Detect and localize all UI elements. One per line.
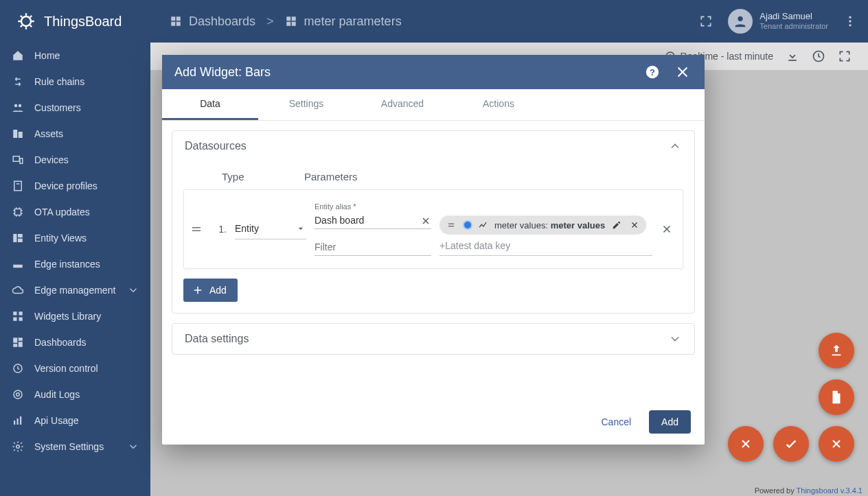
color-swatch-icon — [463, 220, 472, 230]
sidebar-item-label: Edge management — [34, 285, 115, 296]
remove-row-icon[interactable] — [661, 223, 673, 235]
type-value: Entity — [235, 223, 259, 234]
cancel-button[interactable]: Cancel — [597, 411, 635, 433]
sidebar-item-ota[interactable]: OTA updates — [0, 199, 150, 225]
add-datasource-button[interactable]: Add — [183, 279, 238, 302]
brand-logo-icon — [16, 12, 36, 31]
svg-rect-19 — [14, 181, 22, 191]
user-menu[interactable]: Ajadi Samuel Tenant administrator — [728, 9, 828, 34]
history-icon — [11, 362, 25, 375]
svg-rect-3 — [171, 22, 175, 26]
svg-rect-21 — [13, 234, 16, 242]
sidebar-item-customers[interactable]: Customers — [0, 95, 150, 121]
type-select[interactable]: Entity — [235, 219, 306, 239]
sidebar-item-label: Api Usage — [34, 415, 79, 426]
clear-icon[interactable] — [420, 215, 431, 226]
edit-icon[interactable] — [610, 219, 623, 231]
row-index: 1. — [213, 224, 227, 235]
sidebar-item-devices[interactable]: Devices — [0, 147, 150, 173]
tab-label: Actions — [483, 98, 514, 109]
breadcrumb-root-label: Dashboards — [189, 14, 255, 29]
remove-chip-icon[interactable] — [628, 219, 641, 231]
user-role: Tenant administrator — [760, 22, 828, 31]
svg-rect-23 — [18, 239, 23, 242]
breadcrumb-current[interactable]: meter parameters — [285, 14, 402, 29]
tab-label: Settings — [289, 98, 324, 109]
svg-rect-16 — [19, 132, 23, 138]
svg-rect-17 — [13, 156, 19, 162]
svg-rect-8 — [291, 22, 295, 26]
sidebar-item-label: Customers — [34, 102, 81, 113]
fab-cancel[interactable] — [728, 426, 764, 462]
filter-input[interactable] — [315, 239, 431, 256]
svg-rect-22 — [18, 234, 23, 237]
svg-rect-18 — [20, 158, 23, 164]
footer-prefix: Powered by — [755, 486, 797, 495]
svg-rect-31 — [19, 342, 23, 347]
entity-alias-input[interactable] — [315, 212, 431, 229]
datasources-header[interactable]: Datasources — [172, 131, 694, 161]
cloud-icon — [11, 283, 25, 297]
sidebar-item-label: Audit Logs — [34, 389, 80, 400]
sidebar-item-dashboards[interactable]: Dashboards — [0, 329, 150, 355]
dialog-title: Add Widget: Bars — [174, 65, 271, 80]
drag-handle-icon[interactable] — [188, 221, 205, 237]
entity-alias-field: Entity alias * — [315, 202, 431, 229]
sidebar-item-rule-chains[interactable]: Rule chains — [0, 69, 150, 95]
fab-upload[interactable] — [819, 333, 854, 368]
dialog-body: Datasources Type Parameters 1. Entity — [162, 121, 705, 399]
kebab-menu-icon[interactable] — [841, 12, 860, 31]
tab-advanced[interactable]: Advanced — [354, 89, 450, 120]
svg-rect-37 — [17, 418, 19, 425]
sidebar-item-device-profiles[interactable]: Device profiles — [0, 173, 150, 199]
svg-rect-29 — [13, 338, 17, 343]
add-data-key-input[interactable]: +Latest data key — [439, 240, 652, 251]
sidebar-item-label: Entity Views — [34, 233, 87, 244]
fab-new-doc[interactable] — [819, 379, 854, 415]
alias-label: Entity alias * — [315, 202, 431, 211]
fab-stack — [728, 333, 854, 462]
sidebar-item-version-control[interactable]: Version control — [0, 355, 150, 381]
fab-confirm[interactable] — [773, 426, 809, 462]
sidebar-item-edge-management[interactable]: Edge management — [0, 277, 150, 303]
home-icon — [11, 49, 25, 62]
breadcrumb-dashboards[interactable]: Dashboards — [170, 14, 255, 29]
sidebar-item-edge-instances[interactable]: Edge instances — [0, 251, 150, 277]
memory-icon — [11, 205, 25, 219]
svg-rect-36 — [14, 421, 15, 425]
tab-data[interactable]: Data — [162, 89, 258, 120]
filter-field — [315, 239, 431, 256]
sidebar-item-system-settings[interactable]: System Settings — [0, 434, 150, 460]
fullscreen-icon[interactable] — [696, 12, 716, 31]
close-icon[interactable] — [673, 62, 692, 82]
sidebar-item-label: Version control — [34, 363, 98, 374]
breadcrumb-separator: > — [266, 14, 274, 29]
add-button[interactable]: Add — [649, 410, 691, 434]
svg-rect-28 — [19, 318, 23, 321]
parameters-column: Entity alias * — [315, 202, 652, 256]
page-footer: Powered by Thingsboard v.3.4.1 — [755, 486, 863, 495]
add-label: Add — [209, 285, 227, 296]
svg-rect-38 — [20, 416, 21, 425]
svg-rect-5 — [286, 16, 290, 21]
svg-rect-26 — [19, 311, 23, 315]
svg-text:?: ? — [650, 67, 655, 78]
data-key-chip[interactable]: meter values: meter values — [439, 215, 646, 235]
data-settings-header[interactable]: Data settings — [172, 324, 694, 354]
footer-link[interactable]: Thingsboard v.3.4.1 — [797, 486, 863, 495]
sidebar-item-widgets-library[interactable]: Widgets Library — [0, 303, 150, 329]
sidebar-item-home[interactable]: Home — [0, 43, 150, 69]
fab-close[interactable] — [819, 426, 854, 462]
gear-icon — [11, 440, 25, 453]
chevron-down-icon — [127, 440, 139, 453]
sidebar-item-audit-logs[interactable]: Audit Logs — [0, 381, 150, 408]
sidebar-item-assets[interactable]: Assets — [0, 121, 150, 147]
tab-actions[interactable]: Actions — [450, 89, 547, 120]
add-widget-dialog: Add Widget: Bars ? Data Settings Advance… — [162, 55, 705, 445]
view-icon — [11, 231, 25, 245]
sidebar-item-entity-views[interactable]: Entity Views — [0, 225, 150, 251]
tab-settings[interactable]: Settings — [258, 89, 354, 120]
equals-icon — [445, 219, 457, 231]
help-icon[interactable]: ? — [643, 62, 662, 82]
sidebar-item-api-usage[interactable]: Api Usage — [0, 408, 150, 434]
